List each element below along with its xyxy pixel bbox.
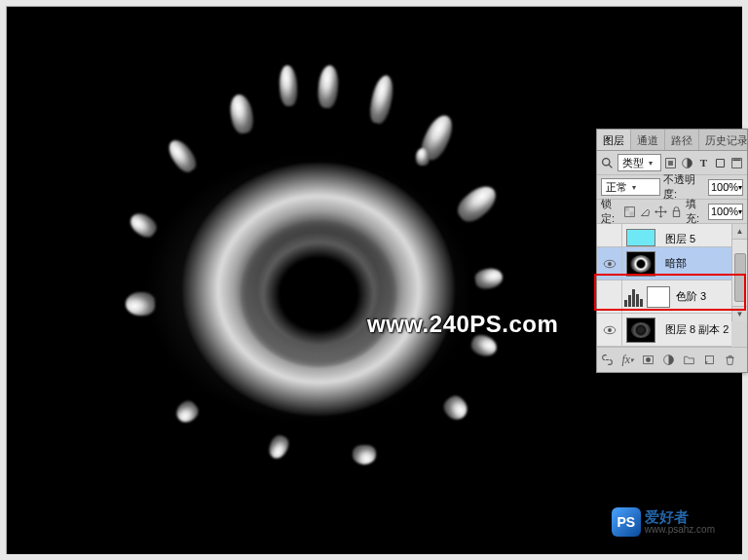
tab-paths[interactable]: 路径 (665, 130, 699, 150)
layer-mask-thumbnail[interactable] (647, 286, 670, 308)
svg-rect-8 (625, 206, 629, 210)
layer-name[interactable]: 图层 5 (665, 232, 695, 246)
lock-position-icon[interactable] (654, 205, 667, 219)
new-group-icon[interactable] (682, 353, 696, 367)
chevron-down-icon: ▾ (632, 183, 636, 192)
svg-point-21 (646, 357, 651, 362)
lock-all-icon[interactable] (670, 205, 683, 219)
add-mask-icon[interactable] (641, 353, 655, 367)
filter-smart-icon[interactable] (729, 156, 743, 170)
lock-label: 锁定: (601, 197, 620, 226)
logo-url-text: www.psahz.com (645, 525, 715, 536)
lock-pixels-icon[interactable] (639, 205, 652, 219)
layer-row[interactable]: 图层 5 (597, 224, 731, 247)
filter-type-label: 类型 (622, 156, 644, 170)
svg-rect-3 (668, 161, 673, 166)
new-layer-icon[interactable] (702, 353, 717, 367)
layer-row[interactable]: 色阶 3 (597, 280, 731, 314)
lock-row: 锁定: 填充: 100%▾ (597, 200, 747, 224)
link-layers-icon[interactable] (600, 353, 615, 367)
visibility-toggle[interactable] (597, 280, 622, 313)
scroll-up-button[interactable]: ▲ (732, 224, 747, 240)
delete-layer-icon[interactable] (723, 353, 737, 367)
layer-row[interactable]: 暗部 (597, 247, 731, 280)
watermark-logo: PS 爱好者 www.psahz.com (612, 507, 715, 537)
layers-list: 图层 5 暗部 色阶 3 图层 8 副本 2 (597, 224, 747, 347)
scroll-down-button[interactable]: ▼ (732, 306, 747, 321)
filter-adjust-icon[interactable] (681, 156, 694, 170)
layer-name[interactable]: 图层 8 副本 2 (665, 322, 729, 337)
layer-thumbnail[interactable] (626, 229, 655, 246)
layer-name[interactable]: 暗部 (665, 256, 687, 271)
panel-tabs: 图层 通道 路径 历史记录 动作 (597, 130, 747, 151)
scrollbar[interactable]: ▲ ▼ (731, 224, 747, 321)
svg-point-15 (608, 262, 612, 266)
logo-zh-text: 爱好者 (645, 509, 715, 525)
visibility-toggle[interactable] (597, 247, 622, 280)
filter-shape-icon[interactable] (713, 156, 727, 170)
filter-pixel-icon[interactable] (664, 156, 678, 170)
levels-icon (624, 287, 648, 307)
svg-rect-7 (732, 159, 740, 161)
svg-rect-11 (673, 210, 680, 216)
filter-type-select[interactable]: 类型 ▾ (617, 154, 661, 171)
tab-layers[interactable]: 图层 (597, 130, 631, 151)
adjustment-layer-icon[interactable] (661, 353, 676, 367)
svg-point-0 (603, 158, 610, 165)
svg-rect-9 (630, 211, 634, 215)
lock-transparent-icon[interactable] (623, 205, 636, 219)
blend-mode-value: 正常 (606, 180, 627, 195)
splash-image (153, 124, 484, 455)
scroll-thumb[interactable] (734, 253, 746, 302)
panel-footer: fx▾ (597, 347, 747, 372)
search-icon (601, 156, 615, 170)
chevron-down-icon: ▾ (649, 159, 653, 168)
tab-history[interactable]: 历史记录 (699, 130, 747, 150)
watermark-main: www.240PS.com (367, 311, 558, 338)
visibility-toggle[interactable] (597, 314, 622, 346)
svg-line-1 (610, 165, 613, 168)
opacity-value: 100% (711, 181, 738, 193)
svg-rect-5 (716, 159, 724, 167)
layer-row[interactable]: 图层 8 副本 2 (597, 314, 731, 347)
visibility-toggle[interactable] (597, 224, 622, 246)
layers-panel: 图层 通道 路径 历史记录 动作 类型 ▾ T 正常 ▾ 不透明度 (596, 129, 748, 373)
opacity-input[interactable]: 100%▾ (708, 179, 743, 196)
ps-badge-icon: PS (612, 507, 641, 537)
filter-type-icon[interactable]: T (697, 156, 711, 170)
blend-mode-select[interactable]: 正常 ▾ (601, 178, 660, 196)
fill-label: 填充: (686, 197, 705, 226)
layer-name[interactable]: 色阶 3 (676, 289, 706, 304)
fill-value: 100% (711, 205, 738, 217)
layer-thumbnail[interactable] (626, 317, 655, 343)
layer-thumbnail[interactable] (626, 251, 655, 277)
fill-input[interactable]: 100%▾ (708, 204, 743, 220)
svg-point-19 (608, 328, 612, 332)
tab-channels[interactable]: 通道 (631, 130, 665, 150)
fx-icon[interactable]: fx▾ (620, 353, 635, 367)
